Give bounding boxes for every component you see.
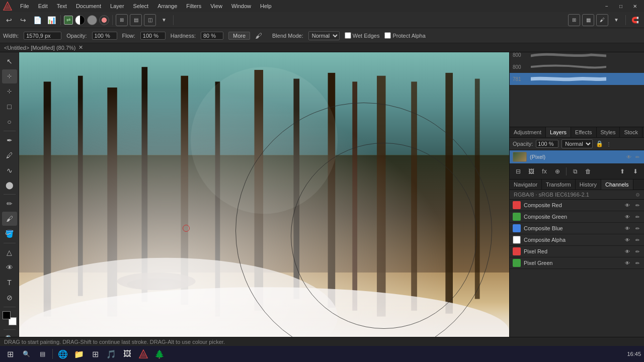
channel-composite-blue[interactable]: Composite Blue 👁 ✏	[510, 223, 644, 234]
tool-view[interactable]: 👁	[2, 260, 17, 275]
tool-paint[interactable]: 🖌	[2, 212, 17, 226]
start-button[interactable]: ⊞	[3, 347, 17, 361]
tab-history[interactable]: History	[576, 179, 601, 190]
tab-adjustment[interactable]: Adjustment	[510, 127, 546, 137]
grid-btn[interactable]: ⊞	[568, 14, 580, 26]
ch-visibility-green[interactable]: 👁	[624, 213, 631, 220]
layer-more-btn[interactable]: ⋮	[606, 141, 611, 147]
taskview-button[interactable]: ▤	[35, 347, 49, 361]
undo-button[interactable]: ↩	[3, 14, 15, 26]
view-mode-1[interactable]: ⊞	[116, 14, 128, 26]
arrange-btn[interactable]: ▦	[582, 14, 594, 26]
ch-visibility-alpha[interactable]: 👁	[624, 236, 631, 243]
color-swatch[interactable]	[3, 311, 17, 325]
channel-composite-alpha[interactable]: Composite Alpha 👁 ✏	[510, 234, 644, 246]
view-mode-more[interactable]: ▼	[158, 14, 170, 26]
hardness-input[interactable]	[201, 32, 223, 40]
tool-move[interactable]: ↖	[2, 54, 17, 68]
ch-lock-alpha[interactable]: ✏	[634, 236, 641, 243]
menu-arrange[interactable]: Arrange	[153, 2, 181, 10]
tool-transform[interactable]: ⊹	[2, 84, 17, 99]
protect-alpha-checkbox[interactable]	[384, 32, 391, 39]
tool-select[interactable]: ⊹	[2, 69, 17, 83]
brush-item-3[interactable]: 781	[510, 73, 644, 85]
color-btn-bw[interactable]	[75, 15, 85, 25]
minimize-button[interactable]: −	[600, 0, 614, 12]
layer-blend-select[interactable]: Normal	[561, 139, 593, 148]
redo-button[interactable]: ↪	[17, 14, 29, 26]
tab-channels[interactable]: Channels	[601, 179, 633, 190]
opacity-input[interactable]	[92, 32, 117, 40]
tab-layers[interactable]: Layers	[546, 127, 571, 137]
menu-edit[interactable]: Edit	[34, 2, 52, 10]
color-btn-half[interactable]	[87, 15, 97, 25]
ch-lock-pixel-green[interactable]: ✏	[634, 259, 641, 266]
flow-input[interactable]	[140, 32, 166, 40]
channel-composite-red[interactable]: Composite Red 👁 ✏	[510, 200, 644, 211]
brush-tool-btn[interactable]: 🖌	[596, 14, 608, 26]
tool-pen[interactable]: ✒	[2, 133, 17, 147]
menu-help[interactable]: Help	[256, 2, 276, 10]
menu-filters[interactable]: Filters	[182, 2, 205, 10]
tool-line[interactable]: ∿	[2, 163, 17, 177]
tab-styles[interactable]: Styles	[597, 127, 620, 137]
channel-composite-green[interactable]: Composite Green 👁 ✏	[510, 211, 644, 223]
menu-window[interactable]: Window	[227, 2, 255, 10]
view-mode-2[interactable]: ▤	[130, 14, 142, 26]
tool-gradient[interactable]: △	[2, 245, 17, 259]
color-btn-circle[interactable]	[99, 15, 109, 25]
more-button[interactable]: More	[228, 32, 250, 40]
tool-dodge[interactable]: ✏	[2, 197, 17, 211]
menu-file[interactable]: File	[16, 2, 33, 10]
layer-item-pixel[interactable]: (Pixel) 👁 ✏	[510, 150, 644, 164]
tab-transform[interactable]: Transform	[542, 179, 576, 190]
view-mode-3[interactable]: ◫	[144, 14, 156, 26]
taskbar-app2[interactable]: 🎵	[104, 347, 118, 361]
more-tools-btn[interactable]: ▼	[610, 14, 622, 26]
wet-edges-checkbox[interactable]	[345, 32, 351, 39]
tool-ellipse[interactable]: ○	[2, 115, 17, 129]
ch-visibility-blue[interactable]: 👁	[624, 225, 631, 232]
taskbar-edge[interactable]: 🌐	[56, 347, 70, 361]
panel-mask-btn[interactable]: ⊕	[552, 166, 563, 177]
width-input[interactable]	[24, 32, 61, 40]
channel-settings-icon[interactable]: ⚙	[635, 192, 640, 198]
tool-pencil[interactable]: 🖊	[2, 148, 17, 162]
taskbar-forest-app[interactable]: 🌲	[152, 347, 167, 361]
panel-duplicate-btn[interactable]: ⧉	[570, 166, 581, 177]
new-doc-button[interactable]: 📄	[31, 14, 43, 26]
tool-bucket[interactable]: 🪣	[2, 227, 17, 241]
ch-lock-green[interactable]: ✏	[634, 213, 641, 220]
layer-visibility-icon[interactable]: 👁	[625, 153, 632, 160]
panel-move-down-btn[interactable]: ⬇	[630, 166, 641, 177]
canvas-area[interactable]	[19, 52, 509, 346]
tool-text[interactable]: T	[2, 276, 17, 290]
taskbar-affinity[interactable]	[136, 347, 150, 361]
search-button[interactable]: 🔍	[19, 347, 33, 361]
panel-collapse-btn[interactable]: ⊟	[513, 166, 524, 177]
maximize-button[interactable]: □	[614, 0, 628, 12]
color-btn-swap[interactable]: ⇄	[64, 16, 73, 25]
ch-lock-pixel-red[interactable]: ✏	[634, 248, 641, 255]
brush-item-2[interactable]: 800	[510, 61, 644, 73]
histogram-button[interactable]: 📊	[45, 14, 57, 26]
ch-visibility-pixel-red[interactable]: 👁	[624, 248, 631, 255]
channel-pixel-red[interactable]: Pixel Red 👁 ✏	[510, 246, 644, 257]
layer-opacity-input[interactable]	[536, 140, 558, 148]
menu-text[interactable]: Text	[53, 2, 71, 10]
taskbar-app1[interactable]: ⊞	[88, 347, 102, 361]
menu-select[interactable]: Select	[129, 2, 153, 10]
channel-pixel-green[interactable]: Pixel Green 👁 ✏	[510, 257, 644, 269]
panel-new-pixel-btn[interactable]: 🖼	[526, 166, 537, 177]
layer-lock-btn[interactable]: 🔒	[596, 140, 603, 147]
menu-document[interactable]: Document	[72, 2, 105, 10]
panel-fx-btn[interactable]: fx	[539, 166, 550, 177]
ch-lock-red[interactable]: ✏	[634, 202, 641, 209]
ch-visibility-pixel-green[interactable]: 👁	[624, 259, 631, 266]
tool-fill[interactable]: ⬤	[2, 178, 17, 193]
taskbar-files[interactable]: 📁	[72, 347, 86, 361]
snap-btn[interactable]: 🧲	[629, 14, 641, 26]
doc-close[interactable]: ✕	[78, 44, 83, 51]
close-button[interactable]: ✕	[628, 0, 642, 12]
layer-edit-icon[interactable]: ✏	[634, 153, 641, 160]
